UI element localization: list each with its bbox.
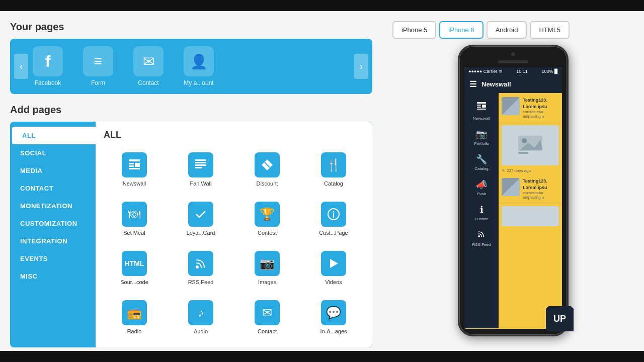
nav-item-rssfeed[interactable]: RSS Feed (464, 225, 499, 251)
videos-icon (321, 251, 346, 276)
svg-rect-17 (477, 107, 481, 108)
nav-item-portfolio[interactable]: 📷 Portfolio (464, 125, 499, 150)
label-audio: Audio (194, 328, 208, 334)
iphone5-button[interactable]: iPhone 5 (392, 21, 436, 39)
android-button[interactable]: Android (487, 21, 527, 39)
contact2-icon: ✉ (255, 300, 280, 325)
images-icon: 📷 (255, 251, 280, 276)
nav-item-custom[interactable]: ℹ Custom (464, 200, 499, 225)
items-grid-container: ALL (96, 122, 372, 347)
nav-item-catalog[interactable]: 🔧 Catalog (464, 150, 499, 175)
grid-item-newswall[interactable]: Newswall (104, 147, 165, 192)
grid-item-discount[interactable]: Discount (236, 147, 298, 192)
phone-mockup: ●●●●● Carrier ≋ 10:11 100% ▉ ☰ Newswall (458, 45, 569, 336)
page-label-account: My a...ount (184, 79, 213, 86)
edit-icon: ✎ (502, 168, 505, 173)
contact-icon: ✉ (133, 46, 164, 76)
nav-portfolio-icon: 📷 (476, 129, 487, 140)
list-item[interactable]: ✉ Contact (131, 46, 166, 86)
grid-item-inapp[interactable]: 💬 In-A...ages (303, 295, 364, 339)
grid-item-fanwall[interactable]: Fan Wall (170, 147, 231, 192)
app-title: Newswall (481, 80, 511, 88)
bottom-black-bar (0, 351, 644, 362)
phone-main-content: Testing123. Lorem ipsu consectetur adipi… (499, 93, 562, 328)
svg-point-12 (333, 211, 335, 213)
nav-item-push[interactable]: 📣 Push (464, 175, 499, 200)
svg-rect-18 (482, 105, 486, 108)
hamburger-icon[interactable]: ☰ (469, 79, 476, 89)
time-text: 10:11 (516, 69, 528, 74)
label-videos: Videos (325, 279, 342, 285)
add-pages-title: Add pages (10, 104, 372, 116)
grid-item-sourcecode[interactable]: HTML Sour...code (104, 246, 165, 290)
contest-icon: 🏆 (255, 202, 280, 227)
list-item[interactable]: 👤 My a...ount (181, 46, 216, 86)
carousel-next-button[interactable]: › (354, 54, 368, 79)
nav-label-push: Push (477, 192, 486, 196)
form-icon: ≡ (83, 46, 113, 76)
svg-rect-6 (195, 162, 206, 163)
label-discount: Discount (257, 180, 278, 187)
category-misc[interactable]: MISC (10, 267, 96, 285)
inapp-icon: 💬 (321, 300, 346, 325)
nav-label-catalog: Catalog (474, 166, 489, 171)
svg-rect-7 (195, 164, 206, 166)
category-customization[interactable]: CUSTOMIZATION (10, 215, 96, 232)
category-all[interactable]: ALL (12, 127, 96, 144)
grid-item-radio[interactable]: 📻 Radio (104, 295, 165, 339)
label-loyalcard: Loya...Card (187, 230, 215, 236)
category-media[interactable]: MEDIA (10, 162, 96, 179)
html5-button[interactable]: HTML5 (530, 21, 570, 39)
list-item[interactable]: ≡ Form (80, 46, 116, 86)
nav-label-newswall: Newswall (473, 116, 490, 121)
svg-rect-3 (135, 163, 140, 167)
svg-rect-16 (477, 105, 481, 106)
news-item-1: Testing123. Lorem ipsu consectetur adipi… (499, 93, 562, 123)
news-thumb-1 (502, 97, 520, 115)
grid-item-setmeal[interactable]: 🍽 Set Meal (104, 197, 165, 241)
grid-item-contest[interactable]: 🏆 Contest (236, 197, 298, 241)
grid-item-audio[interactable]: ♪ Audio (170, 295, 231, 339)
grid-item-loyalcard[interactable]: Loya...Card (170, 197, 231, 241)
svg-rect-15 (477, 102, 486, 104)
category-social[interactable]: SOCIAL (10, 144, 96, 162)
grid-item-contact2[interactable]: ✉ Contact (236, 295, 298, 339)
svg-rect-1 (129, 163, 134, 164)
category-contact[interactable]: CONTACT (10, 179, 96, 197)
phone-outer: ●●●●● Carrier ≋ 10:11 100% ▉ ☰ Newswall (458, 45, 569, 336)
label-custpage: Cust...Page (319, 230, 348, 236)
page-label-contact: Contact (138, 79, 158, 86)
nav-label-custom: Custom (474, 217, 489, 221)
svg-rect-23 (518, 152, 528, 154)
category-integration[interactable]: INTEGRATION (10, 232, 96, 250)
category-monetization[interactable]: MONETIZATION (10, 197, 96, 215)
nav-item-newswall[interactable]: Newswall (464, 97, 499, 125)
left-panel: Your pages ‹ f Facebook ≡ Form (0, 11, 382, 351)
grid-item-custpage[interactable]: Cust...Page (303, 197, 364, 241)
label-contact2: Contact (258, 328, 277, 334)
label-catalog: Catalog (324, 180, 343, 187)
your-pages-title: Your pages (10, 21, 372, 33)
nav-newswall-icon (476, 101, 487, 115)
svg-point-24 (522, 138, 527, 143)
phone-screen: ●●●●● Carrier ≋ 10:11 100% ▉ ☰ Newswall (464, 67, 562, 329)
grid-item-images[interactable]: 📷 Images (236, 246, 298, 290)
nav-label-rssfeed: RSS Feed (472, 242, 491, 247)
grid-item-rssfeed[interactable]: RSS Feed (170, 246, 231, 290)
list-item[interactable]: f Facebook (30, 46, 65, 86)
news-title-2: Testing123. Lorem ipsu (523, 178, 559, 191)
grid-item-catalog[interactable]: 🍴 Catalog (303, 147, 364, 192)
carousel-prev-button[interactable]: ‹ (14, 54, 28, 79)
grid-item-videos[interactable]: Videos (303, 246, 364, 290)
account-icon: 👤 (184, 46, 214, 76)
grid-header: ALL (104, 130, 364, 140)
label-sourcecode: Sour...code (120, 279, 148, 285)
label-setmeal: Set Meal (123, 230, 145, 236)
phone-left-nav: Newswall 📷 Portfolio 🔧 Catalog (464, 93, 499, 328)
iphone6-button[interactable]: iPhone 6 (439, 21, 483, 39)
catalog-icon: 🍴 (321, 152, 346, 177)
svg-rect-5 (195, 159, 206, 161)
category-events[interactable]: EVENTS (10, 250, 96, 267)
add-pages-container: ALL SOCIAL MEDIA CONTACT MONETIZATION CU… (10, 122, 372, 347)
phone-camera (511, 52, 515, 56)
